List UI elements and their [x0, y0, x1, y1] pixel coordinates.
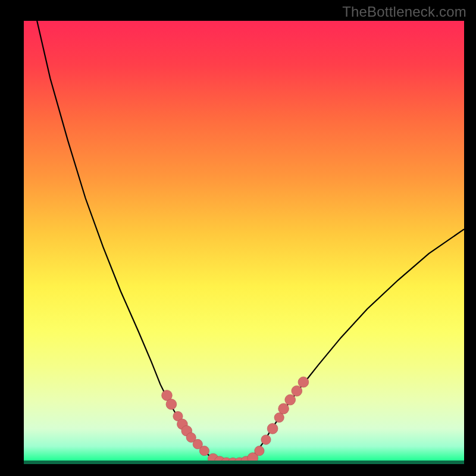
marker-dot	[298, 377, 309, 387]
marker-dot	[173, 411, 183, 421]
marker-dot	[193, 439, 202, 449]
chart-overlay	[24, 21, 464, 464]
marker-dot	[241, 456, 252, 464]
chart-stage: TheBottleneck.com	[0, 0, 476, 476]
plot-area	[24, 21, 464, 464]
marker-dot	[255, 446, 264, 456]
marker-dot	[214, 456, 225, 464]
marker-dot	[177, 419, 188, 430]
curve-left	[37, 21, 222, 464]
marker-dot	[278, 403, 289, 414]
marker-dot	[248, 453, 258, 464]
marker-dot	[267, 424, 278, 434]
marker-dot	[166, 399, 177, 410]
marker-dot	[208, 453, 218, 464]
marker-dot	[274, 413, 284, 422]
marker-dot	[221, 458, 232, 464]
marker-dot	[181, 425, 192, 436]
scatter-markers	[162, 377, 309, 464]
marker-dot	[261, 435, 271, 444]
marker-dot	[162, 390, 173, 401]
marker-dot	[285, 394, 296, 405]
marker-dot	[186, 433, 196, 442]
curve-right	[244, 229, 464, 463]
marker-dot	[234, 458, 245, 464]
marker-dot	[228, 458, 239, 464]
marker-dot	[199, 446, 209, 456]
marker-dot	[292, 386, 302, 396]
watermark-text: TheBottleneck.com	[342, 4, 466, 20]
